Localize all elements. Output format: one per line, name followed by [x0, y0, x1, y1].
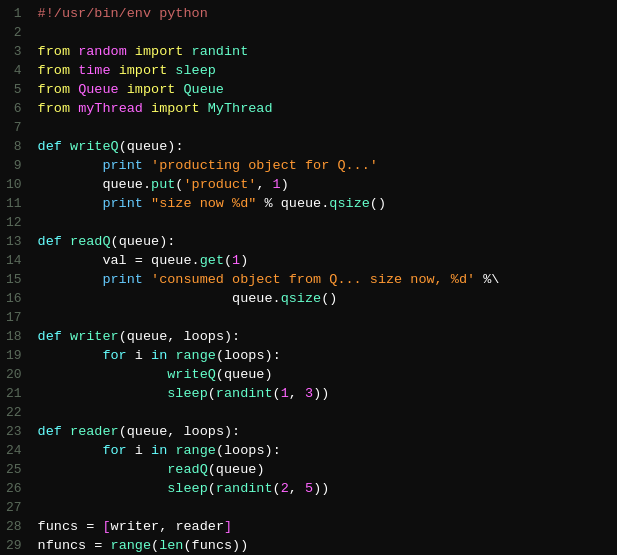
code-line-6: from myThread import MyThread	[38, 99, 609, 118]
ln-11: 11	[6, 194, 22, 213]
ln-7: 7	[6, 118, 22, 137]
code-editor: 1 2 3 4 5 6 7 8 9 10 11 12 13 14 15 16 1…	[0, 0, 617, 555]
code-line-15: print 'consumed object from Q... size no…	[38, 270, 609, 289]
code-line-17	[38, 308, 609, 327]
code-body: #!/usr/bin/env python from random import…	[30, 0, 617, 555]
ln-22: 22	[6, 403, 22, 422]
ln-12: 12	[6, 213, 22, 232]
code-line-24: for i in range(loops):	[38, 441, 609, 460]
ln-14: 14	[6, 251, 22, 270]
ln-21: 21	[6, 384, 22, 403]
code-line-10: queue.put('product', 1)	[38, 175, 609, 194]
code-line-19: for i in range(loops):	[38, 346, 609, 365]
ln-19: 19	[6, 346, 22, 365]
code-line-7	[38, 118, 609, 137]
ln-15: 15	[6, 270, 22, 289]
code-line-13: def readQ(queue):	[38, 232, 609, 251]
code-line-4: from time import sleep	[38, 61, 609, 80]
ln-4: 4	[6, 61, 22, 80]
code-line-3: from random import randint	[38, 42, 609, 61]
ln-9: 9	[6, 156, 22, 175]
code-line-23: def reader(queue, loops):	[38, 422, 609, 441]
ln-29: 29	[6, 536, 22, 555]
ln-5: 5	[6, 80, 22, 99]
ln-1: 1	[6, 4, 22, 23]
ln-16: 16	[6, 289, 22, 308]
ln-26: 26	[6, 479, 22, 498]
code-line-1: #!/usr/bin/env python	[38, 4, 609, 23]
ln-27: 27	[6, 498, 22, 517]
ln-2: 2	[6, 23, 22, 42]
code-line-8: def writeQ(queue):	[38, 137, 609, 156]
ln-3: 3	[6, 42, 22, 61]
ln-10: 10	[6, 175, 22, 194]
ln-23: 23	[6, 422, 22, 441]
ln-24: 24	[6, 441, 22, 460]
code-line-21: sleep(randint(1, 3))	[38, 384, 609, 403]
code-line-29: nfuncs = range(len(funcs))	[38, 536, 609, 555]
code-line-26: sleep(randint(2, 5))	[38, 479, 609, 498]
ln-18: 18	[6, 327, 22, 346]
code-line-5: from Queue import Queue	[38, 80, 609, 99]
code-line-11: print "size now %d" % queue.qsize()	[38, 194, 609, 213]
code-line-28: funcs = [writer, reader]	[38, 517, 609, 536]
ln-6: 6	[6, 99, 22, 118]
ln-13: 13	[6, 232, 22, 251]
ln-20: 20	[6, 365, 22, 384]
code-line-16: queue.qsize()	[38, 289, 609, 308]
code-line-22	[38, 403, 609, 422]
code-line-18: def writer(queue, loops):	[38, 327, 609, 346]
code-line-2	[38, 23, 609, 42]
ln-28: 28	[6, 517, 22, 536]
ln-17: 17	[6, 308, 22, 327]
line-numbers: 1 2 3 4 5 6 7 8 9 10 11 12 13 14 15 16 1…	[0, 0, 30, 555]
ln-8: 8	[6, 137, 22, 156]
code-line-27	[38, 498, 609, 517]
code-line-25: readQ(queue)	[38, 460, 609, 479]
code-line-20: writeQ(queue)	[38, 365, 609, 384]
code-line-9: print 'producting object for Q...'	[38, 156, 609, 175]
code-line-12	[38, 213, 609, 232]
ln-25: 25	[6, 460, 22, 479]
code-line-14: val = queue.get(1)	[38, 251, 609, 270]
